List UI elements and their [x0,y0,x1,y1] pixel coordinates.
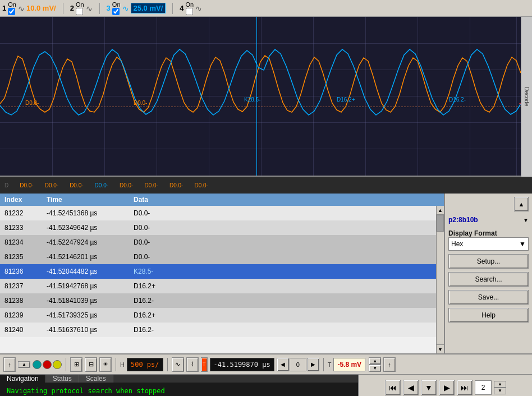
tab-status[interactable]: Status [46,375,79,383]
td-time: -41.51637610 µs [42,326,129,334]
td-time: -41.52247924 µs [42,238,129,246]
cursor-next-button[interactable]: ▶ [307,358,319,371]
cursor-nav-group: ◀ 0 ▶ [277,358,319,371]
scroll-up-button[interactable]: ▲ [437,206,444,215]
ch2-checkbox[interactable] [76,8,83,15]
waveform-btn-2[interactable]: ⌇ [186,357,199,372]
ch4-wave-icon: ∿ [195,4,202,13]
status-area: Navigation Status Scales Navigating prot… [0,375,532,396]
scope-up-button[interactable]: ▲ [514,197,529,211]
td-index: 81240 [0,326,42,334]
decode-channel-label: D [4,182,8,188]
table-scrollbar: ▲ ▼ [436,206,444,353]
table-row[interactable]: 81232 -41.52451368 µs D0.0- [0,206,436,220]
channel-red-circle[interactable] [43,360,52,369]
nav-down-button[interactable]: ▼ [421,380,437,395]
meas-label-d16-1: D16.2+ [337,96,355,103]
decode-seg-5: D0.0- [145,182,158,188]
format-dropdown-arrow: ▼ [519,240,526,248]
decode-seg-1: D0.0- [20,182,33,188]
td-data: D16.2- [129,297,436,305]
run-stop-up-button[interactable]: ▲ [18,361,30,368]
td-data: D16.2+ [129,311,436,319]
td-time: -41.52044482 µs [42,268,129,275]
help-button[interactable]: Help [448,308,529,323]
nav-count-up-button[interactable]: ▲ [494,381,506,388]
right-panel: ▲ p2:8b10b ▼ Display Format Hex ▼ Setup.… [445,194,532,353]
table-row[interactable]: 81234 -41.52247924 µs D0.0- [0,235,436,250]
ch4-number: 4 [180,4,184,12]
scroll-thumb[interactable] [437,215,444,232]
scope-area[interactable]: D0.0- D0.0- K28.5- D16.2+ D16.2- ◁T [0,17,532,177]
main-content: Index Time Data 81232 -41.52451368 µs D0… [0,194,532,353]
search-button[interactable]: Search... [448,272,529,287]
table-row-selected[interactable]: 81236 -41.52044482 µs K28.5- [0,264,436,279]
decode-side-label[interactable]: Decode [521,17,532,177]
display-btn-3[interactable]: ☀ [99,357,112,372]
scroll-down-button[interactable]: ▼ [437,344,444,353]
voltage-t-label: T [328,361,332,368]
tab-scales[interactable]: Scales [79,375,113,383]
nav-count-down-button[interactable]: ▼ [494,388,506,394]
ch1-checkbox[interactable] [8,8,15,15]
decode-seg-k28: D0.0- [95,182,108,188]
status-content: Navigating protocol search when stopped … [0,383,358,396]
voltage-up-button[interactable]: ▲ [369,357,381,365]
channel-teal-circle[interactable] [33,360,42,369]
nav-first-button[interactable]: ⏮ [385,380,401,395]
save-button[interactable]: Save... [448,290,529,305]
td-time: -41.51841039 µs [42,297,129,305]
timebase-h-label: H [120,361,125,368]
nav-prev-button[interactable]: ◀ [403,380,419,395]
decode-dropdown: p2:8b10b ▼ [448,216,529,224]
ch4-on-label: On [186,1,194,8]
voltage-display: -5.8 mV [333,358,365,371]
ch3-number: 3 [107,4,111,12]
th-data: Data [129,196,444,204]
td-data: D0.0- [129,253,436,261]
ch2-wave-icon: ∿ [86,4,93,13]
nav-next-button[interactable]: ▶ [439,380,455,395]
ch4-checkbox[interactable] [186,8,193,15]
display-format-section: Display Format Hex ▼ [448,229,529,251]
nav-count-value: 2 [481,384,485,392]
decode-dropdown-arrow[interactable]: ▼ [523,217,529,223]
table-row[interactable]: 81239 -41.51739325 µs D16.2+ [0,308,436,323]
toolbar-up-button[interactable]: ↑ [3,357,16,372]
nav-last-button[interactable]: ⏭ [457,380,473,395]
display-btn-2[interactable]: ⊟ [85,357,97,372]
ch3-checkbox[interactable] [112,8,120,15]
cursor-pos-display: 0 [290,358,306,371]
waveform-btn-1[interactable]: ∿ [172,357,184,372]
cursor-time-value: -41.5199870 µs [214,361,270,369]
timebase-display: 500 ps/ [127,358,163,371]
table-row[interactable]: 81240 -41.51637610 µs D16.2- [0,323,436,337]
cursor-prev-button[interactable]: ◀ [277,358,289,371]
voltage-down-button[interactable]: ▼ [369,365,381,372]
table-row[interactable]: 81237 -41.51942768 µs D16.2+ [0,279,436,293]
toolbar-last-button[interactable]: ↑ [383,357,396,372]
ch3-mv-value[interactable]: 25.0 mV/ [131,3,166,13]
td-index: 81234 [0,238,42,246]
table-row[interactable]: 81238 -41.51841039 µs D16.2- [0,293,436,308]
channel-yellow-circle[interactable] [53,360,62,369]
decode-seg-2: D0.0- [45,182,58,188]
decode-seg-6: D0.0- [169,182,183,188]
cursor-time-display: -41.5199870 µs [210,358,274,371]
td-index: 81233 [0,224,42,232]
td-time: -41.52451368 µs [42,209,129,217]
table-row[interactable]: 81233 -41.52349642 µs D0.0- [0,220,436,235]
display-btn-1[interactable]: ⊞ [70,357,82,372]
setup-button[interactable]: Setup... [448,254,529,269]
td-data: D0.0- [129,224,436,232]
td-data-k28: K28.5- [129,268,436,275]
cursor-vertical-line [256,17,257,176]
scope-wrapper: D0.0- D0.0- K28.5- D16.2+ D16.2- ◁T Deco… [0,17,532,177]
meas-label-2: D0.0- [134,100,147,106]
scroll-track [437,215,444,344]
table-row[interactable]: 81235 -41.52146201 µs D0.0- [0,250,436,264]
td-time: -41.51739325 µs [42,311,129,319]
format-select[interactable]: Hex ▼ [448,237,529,251]
tab-navigation[interactable]: Navigation [0,375,46,383]
toolbar-divider-4 [323,358,324,371]
